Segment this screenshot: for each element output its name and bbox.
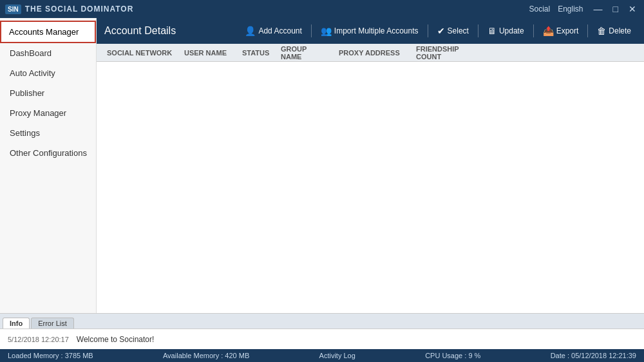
toolbar-sep-5 (587, 24, 588, 37)
menu-social[interactable]: Social (529, 5, 550, 14)
main-layout: Accounts Manager DashBoard Auto Activity… (0, 18, 644, 313)
delete-button[interactable]: 🗑 Delete (592, 23, 636, 39)
tab-error-list[interactable]: Error List (31, 318, 74, 329)
update-button[interactable]: 🖥 Update (482, 23, 529, 39)
sidebar-item-auto-activity[interactable]: Auto Activity (0, 63, 96, 83)
status-activity-log: Activity Log (319, 352, 355, 359)
import-icon: 👥 (321, 26, 332, 36)
content-area: Account Details 👤 Add Account 👥 Import M… (97, 18, 644, 313)
app-logo: SIN (5, 5, 21, 14)
toolbar-sep-3 (478, 24, 478, 37)
bottom-tabs: Info Error List (0, 313, 644, 329)
select-label: Select (448, 26, 469, 35)
title-bar-right: Social English — □ ✕ (529, 4, 639, 14)
sidebar-item-proxy-manager[interactable]: Proxy Manager (0, 103, 96, 123)
log-area: 5/12/2018 12:20:17 Welcome to Socinator! (0, 329, 644, 349)
export-label: Export (556, 26, 579, 35)
sidebar-item-other-configurations[interactable]: Other Configurations (0, 143, 96, 163)
status-date: Date : 05/12/2018 12:21:39 (551, 352, 636, 359)
log-message: Welcome to Socinator! (77, 335, 155, 344)
import-label: Import Multiple Accounts (334, 26, 419, 35)
sidebar-item-accounts-manager[interactable]: Accounts Manager (0, 21, 96, 43)
title-bar: SIN THE SOCIAL DOMINATOR Social English … (0, 0, 644, 18)
tab-info[interactable]: Info (3, 318, 30, 329)
toolbar-sep-1 (311, 24, 312, 37)
delete-icon: 🗑 (597, 26, 606, 36)
status-available-memory: Available Memory : 420 MB (163, 352, 249, 359)
select-button[interactable]: ✔ Select (432, 23, 474, 39)
delete-label: Delete (609, 26, 631, 35)
export-button[interactable]: 📤 Export (538, 23, 584, 39)
add-account-icon: 👤 (245, 26, 256, 36)
sidebar-item-publisher[interactable]: Publisher (0, 83, 96, 103)
sidebar-item-dashboard[interactable]: DashBoard (0, 43, 96, 63)
col-header-proxy: PROXY ADDRESS (334, 49, 411, 57)
window-controls: — □ ✕ (591, 4, 639, 14)
col-header-status: STATUS (237, 49, 276, 57)
add-account-label: Add Account (258, 26, 301, 35)
status-bar: Loaded Memory : 3785 MB Available Memory… (0, 349, 644, 362)
col-header-friendship: FRIENDSHIP COUNT (411, 45, 488, 61)
add-account-button[interactable]: 👤 Add Account (240, 23, 307, 39)
table-body (97, 62, 644, 313)
toolbar-sep-2 (428, 24, 428, 37)
log-timestamp: 5/12/2018 12:20:17 (8, 336, 69, 343)
col-header-group: GROUP NAME (276, 45, 334, 61)
sidebar-item-settings[interactable]: Settings (0, 123, 96, 143)
minimize-button[interactable]: — (591, 4, 605, 14)
sidebar: Accounts Manager DashBoard Auto Activity… (0, 18, 97, 313)
status-cpu-usage: CPU Usage : 9 % (425, 352, 480, 359)
maximize-button[interactable]: □ (611, 4, 621, 14)
col-header-social-network: SOCIAL NETWORK (102, 49, 179, 57)
toolbar-title: Account Details (104, 25, 237, 37)
account-toolbar: Account Details 👤 Add Account 👥 Import M… (97, 18, 644, 44)
select-icon: ✔ (437, 26, 445, 36)
export-icon: 📤 (543, 26, 554, 36)
update-icon: 🖥 (488, 26, 497, 36)
col-header-username: USER NAME (179, 49, 237, 57)
app-title: THE SOCIAL DOMINATOR (25, 5, 134, 14)
title-bar-left: SIN THE SOCIAL DOMINATOR (5, 5, 133, 14)
status-loaded-memory: Loaded Memory : 3785 MB (8, 352, 93, 359)
import-accounts-button[interactable]: 👥 Import Multiple Accounts (316, 23, 424, 39)
update-label: Update (499, 26, 524, 35)
menu-language[interactable]: English (558, 5, 583, 14)
toolbar-sep-4 (533, 24, 534, 37)
close-button[interactable]: ✕ (626, 4, 639, 14)
table-header: SOCIAL NETWORK USER NAME STATUS GROUP NA… (97, 44, 644, 62)
